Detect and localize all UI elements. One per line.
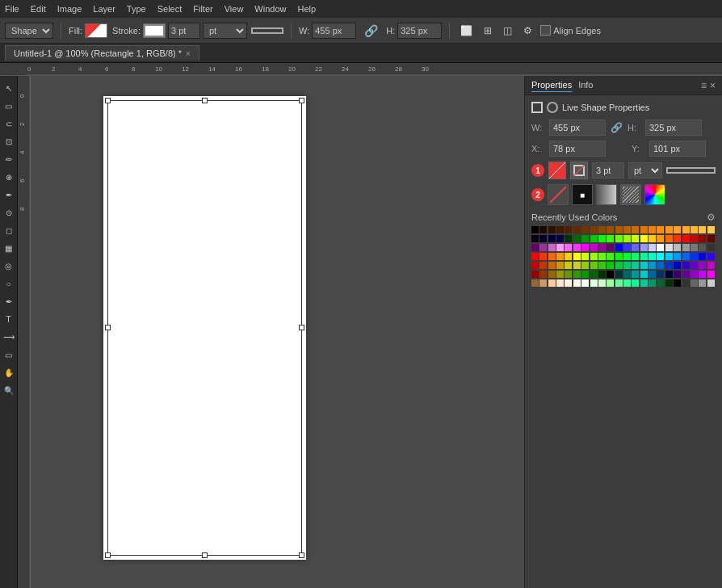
color-swatch[interactable] (573, 271, 581, 278)
document-tab[interactable]: Untitled-1 @ 100% (Rectangle 1, RGB/8) *… (5, 45, 199, 61)
color-swatch[interactable] (665, 262, 673, 269)
color-swatch[interactable] (691, 279, 698, 287)
color-swatch[interactable] (548, 279, 556, 287)
stroke-pt-input[interactable] (592, 162, 624, 178)
color-swatch[interactable] (674, 279, 681, 287)
color-swatch[interactable] (581, 279, 589, 287)
color-swatch[interactable] (632, 226, 639, 233)
color-swatch[interactable] (607, 271, 614, 278)
color-swatch[interactable] (674, 262, 681, 269)
handle-right-mid[interactable] (299, 325, 304, 330)
brush-tool[interactable]: ✒ (1, 187, 17, 203)
color-swatch[interactable] (691, 235, 698, 242)
color-swatch[interactable] (649, 226, 656, 233)
color-swatch[interactable] (657, 271, 664, 278)
color-swatch[interactable] (573, 235, 581, 242)
color-swatch[interactable] (607, 244, 614, 251)
height-input[interactable] (397, 23, 442, 39)
color-swatch[interactable] (682, 262, 690, 269)
color-swatch[interactable] (691, 271, 698, 278)
color-swatch[interactable] (581, 271, 589, 278)
color-swatch[interactable] (632, 271, 639, 278)
path-selection-tool[interactable]: ⟶ (1, 329, 17, 345)
color-swatch[interactable] (665, 226, 673, 233)
color-swatch[interactable] (615, 253, 623, 260)
fill-swatch[interactable] (548, 162, 566, 179)
pen-tool[interactable]: ✒ (1, 293, 17, 309)
color-swatch[interactable] (615, 235, 623, 242)
color-swatch[interactable] (598, 226, 606, 233)
color-swatch[interactable] (623, 253, 631, 260)
type-solid-btn[interactable]: ■ (572, 184, 593, 205)
stroke-unit-dropdown[interactable]: pt (203, 23, 247, 39)
move-tool[interactable]: ↖ (1, 80, 17, 96)
handle-bottom-right[interactable] (299, 552, 304, 558)
color-swatch[interactable] (699, 271, 706, 278)
type-gradient-btn[interactable] (596, 184, 617, 205)
color-swatch[interactable] (565, 271, 572, 278)
color-swatch[interactable] (682, 244, 690, 251)
color-swatch[interactable] (657, 235, 664, 242)
color-swatch[interactable] (573, 244, 581, 251)
color-swatch[interactable] (531, 262, 539, 269)
color-swatch[interactable] (682, 271, 690, 278)
color-swatch[interactable] (640, 244, 648, 251)
y-input[interactable] (649, 141, 706, 157)
color-swatch[interactable] (632, 279, 639, 287)
color-swatch[interactable] (598, 271, 606, 278)
color-swatch[interactable] (548, 253, 556, 260)
color-swatch[interactable] (548, 262, 556, 269)
gradient-tool[interactable]: ▦ (1, 240, 17, 256)
color-swatch[interactable] (598, 253, 606, 260)
color-swatch[interactable] (699, 253, 706, 260)
stack-btn[interactable]: ◫ (500, 23, 515, 39)
color-swatch[interactable] (615, 279, 623, 287)
color-swatch[interactable] (581, 262, 589, 269)
color-swatch[interactable] (707, 271, 715, 278)
color-swatch[interactable] (674, 235, 681, 242)
color-swatch[interactable] (539, 226, 547, 233)
color-swatch[interactable] (665, 271, 673, 278)
lasso-tool[interactable]: ⊂ (1, 116, 17, 132)
color-swatch[interactable] (699, 262, 706, 269)
color-swatch[interactable] (682, 226, 690, 233)
color-swatch[interactable] (640, 226, 648, 233)
color-swatch[interactable] (607, 235, 614, 242)
color-swatch[interactable] (707, 235, 715, 242)
color-swatch[interactable] (657, 262, 664, 269)
color-swatch[interactable] (598, 235, 606, 242)
fill-color-swatch[interactable] (85, 23, 107, 38)
color-swatch[interactable] (665, 253, 673, 260)
color-swatch[interactable] (607, 279, 614, 287)
color-swatch[interactable] (531, 253, 539, 260)
color-swatch[interactable] (598, 262, 606, 269)
handle-top-right[interactable] (299, 98, 304, 103)
color-swatch[interactable] (623, 262, 631, 269)
zoom-tool[interactable]: 🔍 (1, 382, 17, 398)
color-swatch[interactable] (573, 253, 581, 260)
color-swatch[interactable] (674, 226, 681, 233)
menu-view[interactable]: View (225, 4, 244, 14)
color-swatch[interactable] (632, 253, 639, 260)
color-swatch[interactable] (556, 271, 564, 278)
color-swatch[interactable] (539, 244, 547, 251)
color-swatch[interactable] (649, 279, 656, 287)
w-input[interactable] (549, 120, 606, 136)
color-swatch[interactable] (556, 244, 564, 251)
color-swatch[interactable] (548, 271, 556, 278)
color-swatch[interactable] (556, 235, 564, 242)
color-swatch[interactable] (615, 262, 623, 269)
color-swatch[interactable] (682, 253, 690, 260)
color-swatch[interactable] (615, 226, 623, 233)
crop-tool[interactable]: ⊡ (1, 133, 17, 149)
color-swatch[interactable] (539, 262, 547, 269)
dodge-tool[interactable]: ○ (1, 275, 17, 292)
color-settings-btn[interactable]: ⚙ (707, 212, 716, 223)
color-swatch[interactable] (573, 226, 581, 233)
color-swatch[interactable] (665, 244, 673, 251)
color-swatch[interactable] (640, 279, 648, 287)
color-swatch[interactable] (657, 244, 664, 251)
link-wh-btn[interactable]: 🔗 (611, 122, 623, 133)
shape-tool[interactable]: ▭ (1, 346, 17, 363)
h-input[interactable] (645, 120, 702, 136)
